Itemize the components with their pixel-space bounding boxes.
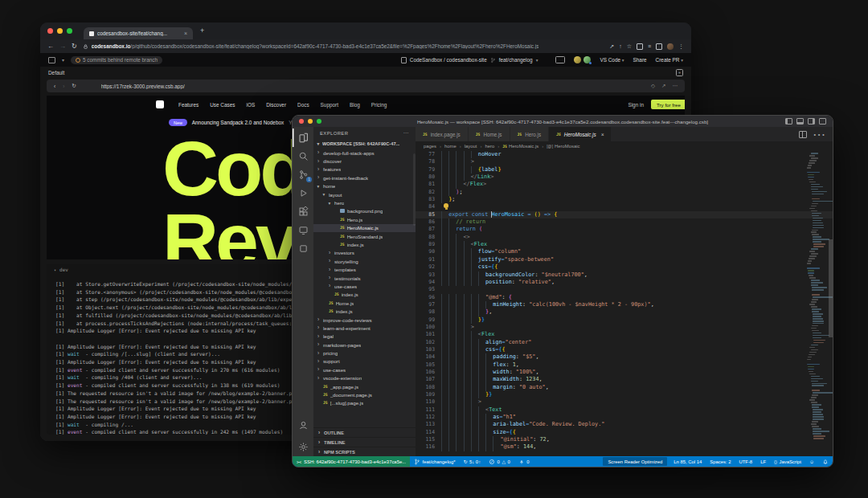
collaborator-avatar[interactable] <box>583 56 591 63</box>
editor-tab[interactable]: JSHero.js <box>510 127 550 141</box>
code-line[interactable]: 92css={{ <box>416 263 833 271</box>
code-line[interactable]: 81</Flex> <box>416 181 833 188</box>
customize-layout-icon[interactable] <box>819 118 826 124</box>
code-line[interactable]: 86// return <box>416 218 833 226</box>
code-line[interactable]: 84 <box>416 203 833 210</box>
tree-item[interactable]: JSHeroMosaic.js <box>313 224 416 232</box>
language-status[interactable]: {} JavaScript <box>770 456 805 467</box>
site-nav-item[interactable]: Discover <box>266 102 286 108</box>
code-line[interactable]: 96"@md": { <box>416 294 833 301</box>
tree-item[interactable]: ›pricing <box>313 349 416 357</box>
settings-gear-icon[interactable] <box>293 438 313 456</box>
minimize-window-button[interactable] <box>57 28 63 34</box>
share-button[interactable]: Share <box>633 57 647 63</box>
site-nav-item[interactable]: Support <box>321 102 338 108</box>
try-for-free-button[interactable]: Try for free <box>651 100 685 109</box>
vscode-window-controls[interactable] <box>299 119 321 124</box>
tree-item[interactable]: ›markdown-pages <box>313 341 416 349</box>
browser-tab[interactable]: codesandbox-site/feat/chang... × <box>84 27 193 39</box>
breadcrumb-item[interactable]: [@]HeroMosaic <box>547 144 579 149</box>
eol-status[interactable]: LF <box>756 456 770 467</box>
code-line[interactable]: 97minHeight: "calc(100vh - $navHeight * … <box>416 301 833 308</box>
code-line[interactable]: 114size={{ <box>416 429 833 436</box>
outline-section[interactable]: ›OUTLINE <box>313 427 416 437</box>
close-tab-icon[interactable]: × <box>184 31 187 36</box>
tree-item[interactable]: JSindex.js <box>313 291 416 299</box>
vscode-menu-button[interactable]: VS Code ▾ <box>600 57 624 63</box>
code-line[interactable]: 89<Flex <box>416 241 833 248</box>
timeline-section[interactable]: ›TIMELINE <box>313 437 416 447</box>
preview-inspect-icon[interactable]: ◇ <box>651 83 655 89</box>
code-line[interactable]: 100> <box>416 324 833 331</box>
npm-scripts-section[interactable]: ›NPM SCRIPTS <box>313 447 416 456</box>
site-nav-item[interactable]: Use Cases <box>210 102 235 108</box>
site-logo[interactable] <box>156 100 164 108</box>
code-line[interactable]: 85export const HeroMosaic = () => { <box>416 211 833 218</box>
minimap[interactable] <box>806 153 828 440</box>
sync-status-item[interactable]: ↻ 5↓ 0↑ <box>460 456 485 467</box>
code-line[interactable]: 106width: "100%", <box>416 369 833 376</box>
tree-item[interactable]: ›discover <box>313 157 416 165</box>
tree-item[interactable]: ›support <box>313 357 416 365</box>
share-icon[interactable]: ↑ <box>619 43 622 49</box>
tree-item[interactable]: ›legal <box>313 333 416 341</box>
notifications-bell-icon[interactable] <box>818 456 833 467</box>
panel-toggle-icon[interactable] <box>48 57 55 63</box>
browser-menu-kebab-icon[interactable]: ⋮ <box>678 43 684 50</box>
close-window-button[interactable] <box>47 28 53 34</box>
code-line[interactable]: 112as="h1" <box>416 414 833 421</box>
editor-tab[interactable]: JSindex.page.js <box>416 127 469 141</box>
accounts-icon[interactable] <box>293 416 313 438</box>
indentation-status[interactable]: Spaces: 2 <box>706 456 735 467</box>
code-line[interactable]: 99}} <box>416 316 833 324</box>
code-line[interactable]: 108margin: "0 auto", <box>416 384 833 391</box>
collaborator-avatar[interactable] <box>574 56 581 63</box>
editor-tab[interactable]: JSHome.js <box>469 127 510 141</box>
code-line[interactable]: 104padding: "$5", <box>416 353 833 361</box>
code-line[interactable]: 115"@initial": 72, <box>416 436 833 443</box>
site-nav-item[interactable]: Pricing <box>371 102 387 108</box>
tree-item[interactable]: ›features <box>313 165 416 173</box>
extensions-puzzle-icon[interactable] <box>637 43 643 50</box>
custom-view-icon[interactable] <box>293 239 313 258</box>
site-nav-item[interactable]: Features <box>178 102 199 108</box>
code-line[interactable]: 80</Link> <box>416 173 833 181</box>
tree-item[interactable]: ▾home <box>313 182 416 190</box>
tree-item[interactable]: JSHome.js <box>313 299 416 307</box>
split-editor-icon[interactable] <box>799 131 807 138</box>
code-line[interactable]: 113aria-label="Code. Review. Deploy." <box>416 421 833 428</box>
explorer-icon[interactable] <box>293 129 313 147</box>
editor-tab[interactable]: JSHeroMosaic.js× <box>549 127 612 141</box>
extensions-icon[interactable] <box>293 202 313 221</box>
tree-item[interactable]: ›get-instant-feedback <box>313 173 416 182</box>
code-line[interactable]: 109}} <box>416 391 833 398</box>
problems-status-item[interactable]: 0 △ 0 <box>485 456 514 467</box>
code-line[interactable]: 102align="center" <box>416 339 833 346</box>
code-line[interactable]: 95 <box>416 286 833 293</box>
preview-back-icon[interactable]: ‹ <box>54 84 55 89</box>
code-line[interactable]: 93backgroundColor: "$neutral700", <box>416 271 833 279</box>
vscode-titlebar[interactable]: HeroMosaic.js — workspace [SSH: 642af90c… <box>293 116 833 127</box>
tree-item[interactable]: ›vscode-extension <box>313 374 416 382</box>
search-icon[interactable] <box>293 147 313 165</box>
tree-item[interactable]: ›use-cases <box>313 282 416 290</box>
tree-item[interactable]: ›storytelling <box>313 257 416 265</box>
preview-open-external-icon[interactable]: ↗ <box>661 83 665 89</box>
preview-url-text[interactable]: https://17rzek-3000.preview.csb.app/ <box>101 84 185 89</box>
tree-item[interactable]: ›use-cases <box>313 365 416 374</box>
close-tab-icon[interactable]: × <box>601 132 604 137</box>
tree-item[interactable]: ▾hero <box>313 198 416 206</box>
code-line[interactable]: 110> <box>416 398 833 406</box>
screen-reader-status[interactable]: Screen Reader Optimized <box>603 457 667 466</box>
back-icon[interactable]: ← <box>47 43 54 50</box>
side-panel-icon[interactable] <box>656 43 662 50</box>
branch-status-item[interactable]: feat/changelog* <box>410 456 459 467</box>
code-line[interactable]: 82); <box>416 189 833 196</box>
tree-item[interactable]: background.png <box>313 207 416 215</box>
breadcrumb-item[interactable]: layout <box>465 144 477 149</box>
breadcrumb-item[interactable]: pages <box>424 144 436 149</box>
code-line[interactable]: 103css={{ <box>416 346 833 353</box>
sign-in-link[interactable]: Sign in <box>628 102 644 108</box>
workspace-root-item[interactable]: ▾ WORKSPACE [SSH: 642AF90C-47... <box>313 139 416 149</box>
code-line[interactable]: 105flex: 1, <box>416 361 833 369</box>
